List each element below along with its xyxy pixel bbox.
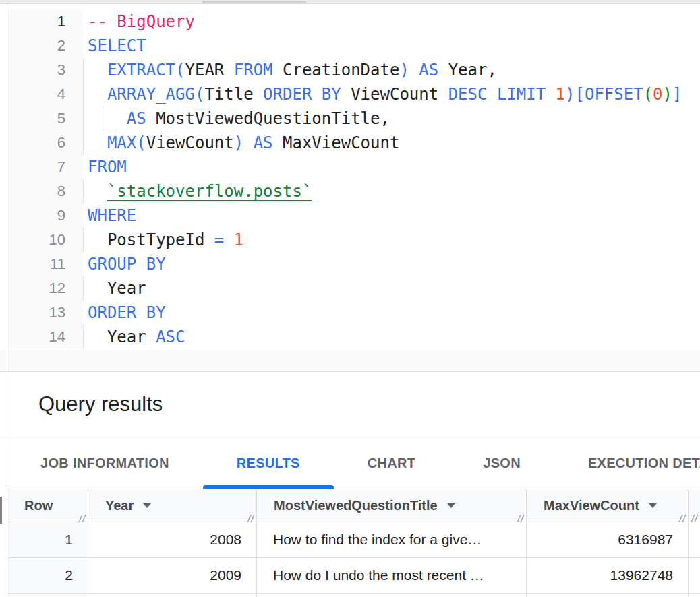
line-number: 9	[7, 203, 65, 228]
line-number: 14	[7, 325, 65, 349]
table-cell[interactable]: How to find the index for a give…	[257, 522, 527, 558]
code-line[interactable]: -- BigQuery	[83, 9, 700, 34]
column-header-maxviewcount[interactable]: MaxViewCount	[527, 489, 689, 522]
sort-dropdown-icon[interactable]	[143, 503, 151, 508]
indent-guide	[83, 106, 84, 131]
indent-guide	[83, 82, 84, 106]
line-number: 7	[7, 155, 65, 179]
column-header-row[interactable]: Row	[7, 489, 88, 522]
table-cell[interactable]: 13962748	[527, 558, 689, 594]
table-header-row: RowYearMostViewedQuestionTitleMaxViewCou…	[7, 489, 700, 522]
sort-dropdown-icon[interactable]	[649, 503, 657, 508]
tab-job-information[interactable]: JOB INFORMATION	[7, 437, 203, 489]
code-line[interactable]: AS MostViewedQuestionTitle,	[83, 106, 700, 131]
code-area[interactable]: -- BigQuerySELECT EXTRACT(YEAR FROM Crea…	[83, 9, 700, 349]
code-line[interactable]: EXTRACT(YEAR FROM CreationDate) AS Year,	[83, 58, 700, 82]
tab-chart[interactable]: CHART	[334, 437, 450, 489]
line-number: 8	[7, 179, 65, 203]
table-cell-sliver	[689, 594, 700, 597]
query-results-header: Query results	[0, 372, 700, 437]
tab-execution-details[interactable]: EXECUTION DETAILS	[554, 437, 700, 489]
code-line[interactable]: Year ASC	[83, 325, 700, 349]
code-line[interactable]: PostTypeId = 1	[83, 228, 700, 252]
indent-guide	[83, 131, 84, 155]
horizontal-scrollbar[interactable]	[0, 0, 700, 4]
line-number: 12	[7, 276, 65, 301]
code-line[interactable]: Year	[83, 276, 700, 301]
vertical-scrollbar-thumb[interactable]	[0, 497, 2, 524]
table-cell[interactable]	[88, 594, 257, 597]
code-line[interactable]: MAX(ViewCount) AS MaxViewCount	[83, 131, 700, 155]
line-number: 2	[7, 34, 65, 58]
bigquery-query-panel: 1234567891011121314 -- BigQuerySELECT EX…	[0, 0, 700, 597]
table-cell[interactable]: 6316987	[527, 522, 689, 558]
table-cell[interactable]	[7, 594, 88, 597]
line-number: 10	[7, 228, 65, 252]
table-cell[interactable]	[257, 594, 527, 597]
tab-results[interactable]: RESULTS	[203, 437, 334, 489]
line-number-gutter: 1234567891011121314	[7, 9, 83, 349]
table-row: 12008How to find the index for a give…63…	[7, 522, 700, 558]
page-title: Query results	[38, 392, 163, 416]
table-cell[interactable]: How do I undo the most recent …	[257, 558, 527, 594]
column-header-label: Row	[24, 498, 53, 513]
table-row: 22009How do I undo the most recent …1396…	[7, 558, 700, 594]
line-number: 3	[7, 58, 65, 82]
editor-bottom-filler	[0, 350, 700, 372]
tab-json[interactable]: JSON	[449, 437, 554, 489]
table-cell[interactable]: 2	[7, 558, 88, 594]
panel-left-border	[7, 4, 7, 597]
table-row-partial	[7, 594, 700, 597]
indent-guide	[83, 228, 84, 252]
results-tabs: JOB INFORMATIONRESULTSCHARTJSONEXECUTION…	[7, 437, 700, 489]
column-header-label: MaxViewCount	[544, 498, 639, 513]
column-header-mostviewedquestiontitle[interactable]: MostViewedQuestionTitle	[257, 489, 527, 522]
line-number: 5	[7, 106, 65, 131]
column-resize-icon[interactable]	[677, 511, 686, 520]
indent-guide	[83, 179, 84, 203]
line-number: 13	[7, 301, 65, 325]
table-body: 12008How to find the index for a give…63…	[7, 522, 700, 597]
column-resize-icon[interactable]	[77, 511, 86, 520]
sort-dropdown-icon[interactable]	[447, 503, 455, 508]
sql-editor[interactable]: 1234567891011121314 -- BigQuerySELECT EX…	[7, 4, 700, 350]
column-header-next-clipped	[689, 489, 700, 522]
column-header-label: Year	[105, 498, 134, 513]
line-number: 4	[7, 82, 65, 106]
table-cell[interactable]: 1	[7, 522, 88, 558]
indent-guide	[83, 58, 84, 82]
code-line[interactable]: ARRAY_AGG(Title ORDER BY ViewCount DESC …	[83, 82, 700, 106]
column-resize-icon[interactable]	[689, 511, 698, 520]
code-line[interactable]: FROM	[83, 155, 700, 179]
code-line[interactable]: `stackoverflow.posts`	[83, 179, 700, 203]
code-line[interactable]: GROUP BY	[83, 252, 700, 276]
line-number: 11	[7, 252, 65, 276]
indent-guide	[83, 325, 84, 349]
horizontal-scrollbar-thumb[interactable]	[202, 1, 307, 3]
code-line[interactable]: WHERE	[83, 203, 700, 228]
column-header-year[interactable]: Year	[88, 489, 257, 522]
table-cell[interactable]: 2009	[88, 558, 257, 594]
indent-guide	[83, 276, 84, 301]
table-cell-sliver	[689, 522, 700, 558]
column-resize-icon[interactable]	[515, 511, 524, 520]
code-line[interactable]: ORDER BY	[83, 301, 700, 325]
table-cell[interactable]	[527, 594, 689, 597]
line-number: 6	[7, 131, 65, 155]
results-table: RowYearMostViewedQuestionTitleMaxViewCou…	[7, 489, 700, 597]
column-resize-icon[interactable]	[245, 511, 254, 520]
code-line[interactable]: SELECT	[83, 34, 700, 58]
table-cell-sliver	[689, 558, 700, 594]
table-cell[interactable]: 2008	[88, 522, 257, 558]
line-number: 1	[7, 9, 65, 34]
column-header-label: MostViewedQuestionTitle	[274, 498, 438, 513]
indent-guide	[103, 106, 103, 131]
